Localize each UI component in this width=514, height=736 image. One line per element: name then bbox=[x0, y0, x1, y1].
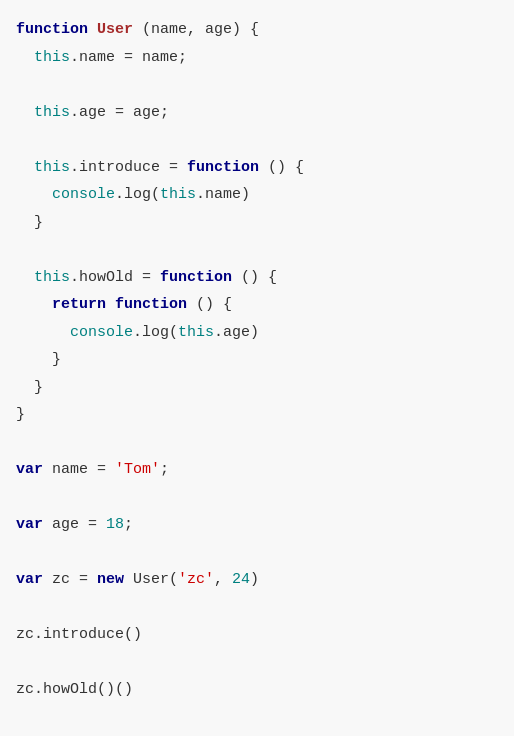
plain-12b: .age) bbox=[214, 324, 259, 341]
code-line-5 bbox=[0, 126, 514, 154]
plain-2: .name = name; bbox=[70, 49, 187, 66]
this-kw-4: this bbox=[160, 186, 196, 203]
code-line-12: console.log(this.age) bbox=[0, 319, 514, 347]
code-line-4: this.age = age; bbox=[0, 99, 514, 127]
code-line-15: } bbox=[0, 401, 514, 429]
keyword-new: new bbox=[97, 571, 124, 588]
plain-6b: () { bbox=[259, 159, 304, 176]
plain-1: (name, age) { bbox=[133, 21, 259, 38]
code-line-11: return function () { bbox=[0, 291, 514, 319]
code-line-1: function User (name, age) { bbox=[0, 16, 514, 44]
number-24: 24 bbox=[232, 571, 250, 588]
plain-21a: zc = bbox=[43, 571, 97, 588]
code-line-21: var zc = new User('zc', 24) bbox=[0, 566, 514, 594]
keyword-function-2: function bbox=[187, 159, 259, 176]
this-kw-5: this bbox=[34, 269, 70, 286]
string-tom: 'Tom' bbox=[115, 461, 160, 478]
code-line-23: zc.introduce() bbox=[0, 621, 514, 649]
this-kw-1: this bbox=[34, 49, 70, 66]
plain-21b: User( bbox=[124, 571, 178, 588]
plain-19b: ; bbox=[124, 516, 133, 533]
code-line-7: console.log(this.name) bbox=[0, 181, 514, 209]
code-line-20 bbox=[0, 539, 514, 567]
code-line-19: var age = 18; bbox=[0, 511, 514, 539]
keyword-function-3: function bbox=[160, 269, 232, 286]
console-kw-1: console bbox=[52, 186, 115, 203]
class-name-user: User bbox=[97, 21, 133, 38]
this-kw-3: this bbox=[34, 159, 70, 176]
return-kw: return bbox=[52, 296, 106, 313]
code-line-3 bbox=[0, 71, 514, 99]
plain-10b: () { bbox=[232, 269, 277, 286]
plain-17b: ; bbox=[160, 461, 169, 478]
console-kw-2: console bbox=[70, 324, 133, 341]
code-line-16 bbox=[0, 429, 514, 457]
code-line-24 bbox=[0, 649, 514, 677]
this-kw-2: this bbox=[34, 104, 70, 121]
this-kw-6: this bbox=[178, 324, 214, 341]
code-line-18 bbox=[0, 484, 514, 512]
plain-23: zc.introduce() bbox=[16, 626, 142, 643]
code-line-13: } bbox=[0, 346, 514, 374]
plain-14: } bbox=[34, 379, 43, 396]
plain-11b: () { bbox=[187, 296, 232, 313]
code-container: function User (name, age) { this.name = … bbox=[0, 0, 514, 736]
plain-19a: age = bbox=[43, 516, 106, 533]
plain-15: } bbox=[16, 406, 25, 423]
plain-25: zc.howOld()() bbox=[16, 681, 133, 698]
keyword-var-3: var bbox=[16, 571, 43, 588]
plain-12a: .log( bbox=[133, 324, 178, 341]
code-line-2: this.name = name; bbox=[0, 44, 514, 72]
plain-21d: ) bbox=[250, 571, 259, 588]
keyword-function-1: function bbox=[16, 21, 88, 38]
code-line-6: this.introduce = function () { bbox=[0, 154, 514, 182]
code-line-10: this.howOld = function () { bbox=[0, 264, 514, 292]
code-line-14: } bbox=[0, 374, 514, 402]
plain-7a: .log( bbox=[115, 186, 160, 203]
number-18: 18 bbox=[106, 516, 124, 533]
plain-8: } bbox=[34, 214, 43, 231]
keyword-var-1: var bbox=[16, 461, 43, 478]
plain-11a bbox=[106, 296, 115, 313]
string-zc: 'zc' bbox=[178, 571, 214, 588]
plain-6a: .introduce = bbox=[70, 159, 187, 176]
keyword-var-2: var bbox=[16, 516, 43, 533]
plain-13: } bbox=[52, 351, 61, 368]
code-line-9 bbox=[0, 236, 514, 264]
code-line-22 bbox=[0, 594, 514, 622]
code-line-25: zc.howOld()() bbox=[0, 676, 514, 704]
plain-10a: .howOld = bbox=[70, 269, 160, 286]
plain-17a: name = bbox=[43, 461, 115, 478]
code-line-8: } bbox=[0, 209, 514, 237]
plain-21c: , bbox=[214, 571, 232, 588]
code-line-17: var name = 'Tom'; bbox=[0, 456, 514, 484]
keyword-function-4: function bbox=[115, 296, 187, 313]
plain-7b: .name) bbox=[196, 186, 250, 203]
plain-4: .age = age; bbox=[70, 104, 169, 121]
